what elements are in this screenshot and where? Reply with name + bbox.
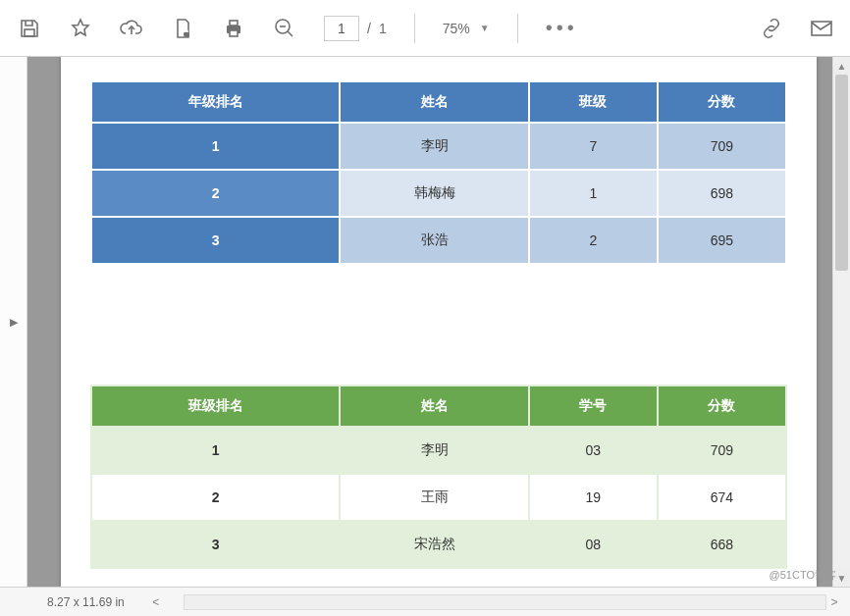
- chevron-right-icon: ▶: [10, 316, 18, 329]
- cell-score: 695: [658, 217, 786, 264]
- zoom-value: 75%: [443, 21, 470, 36]
- col-name: 姓名: [340, 385, 528, 427]
- toolbar: / 1 75% ▼ •••: [0, 0, 850, 57]
- cell-name: 韩梅梅: [340, 170, 528, 217]
- print-icon[interactable]: [222, 17, 245, 40]
- svg-rect-3: [230, 21, 238, 26]
- cell-name: 王雨: [340, 474, 528, 521]
- more-icon[interactable]: •••: [546, 17, 578, 39]
- vertical-scrollbar[interactable]: ▲ ▼: [832, 57, 850, 587]
- col-name: 姓名: [340, 81, 528, 123]
- document-page: 年级排名 姓名 班级 分数 1 李明 7 709 2 韩梅梅 1 698: [61, 57, 817, 587]
- link-icon[interactable]: [760, 17, 783, 40]
- col-score: 分数: [658, 385, 786, 427]
- table-row: 1 李明 03 709: [91, 427, 786, 474]
- page-total: 1: [379, 21, 387, 36]
- table-header-row: 班级排名 姓名 学号 分数: [91, 385, 786, 427]
- cell-score: 698: [658, 170, 786, 217]
- cell-class: 1: [529, 170, 658, 217]
- scroll-up-icon[interactable]: ▲: [833, 57, 850, 75]
- cell-sid: 08: [529, 521, 658, 568]
- grade-ranking-table: 年级排名 姓名 班级 分数 1 李明 7 709 2 韩梅梅 1 698: [90, 80, 787, 265]
- table-row: 3 宋浩然 08 668: [91, 521, 786, 568]
- document-viewer: 年级排名 姓名 班级 分数 1 李明 7 709 2 韩梅梅 1 698: [27, 57, 850, 587]
- table-header-row: 年级排名 姓名 班级 分数: [91, 81, 786, 123]
- cell-rank: 1: [91, 123, 340, 170]
- cell-score: 674: [658, 474, 786, 521]
- horizontal-scrollbar[interactable]: [184, 594, 826, 610]
- star-icon[interactable]: [69, 17, 92, 40]
- save-icon[interactable]: [18, 17, 41, 40]
- class-ranking-table: 班级排名 姓名 学号 分数 1 李明 03 709 2 王雨 19 674: [90, 385, 787, 569]
- col-sid: 学号: [529, 385, 658, 427]
- side-panel-toggle[interactable]: ▶: [0, 57, 27, 587]
- page-counter: / 1: [324, 16, 387, 41]
- page-dimensions: 8.27 x 11.69 in: [47, 595, 125, 609]
- col-grade-rank: 年级排名: [91, 81, 340, 123]
- cloud-upload-icon[interactable]: [120, 17, 143, 40]
- cell-rank: 2: [91, 170, 340, 217]
- cell-name: 李明: [340, 123, 528, 170]
- table-row: 1 李明 7 709: [91, 123, 786, 170]
- page-input[interactable]: [324, 16, 359, 41]
- page-sep: /: [367, 21, 371, 36]
- col-score: 分数: [658, 81, 786, 123]
- cell-rank: 1: [91, 427, 340, 474]
- status-bar: 8.27 x 11.69 in < >: [0, 587, 850, 616]
- mail-icon[interactable]: [809, 17, 832, 40]
- svg-rect-0: [25, 29, 34, 36]
- chevron-down-icon: ▼: [480, 23, 490, 33]
- table-row: 2 韩梅梅 1 698: [91, 170, 786, 217]
- toolbar-separator: [517, 14, 518, 43]
- cell-name: 张浩: [340, 217, 528, 264]
- table-row: 2 王雨 19 674: [91, 474, 786, 521]
- svg-point-1: [184, 31, 189, 37]
- cell-class: 7: [529, 123, 658, 170]
- scroll-right-icon[interactable]: >: [826, 595, 842, 609]
- cell-sid: 19: [529, 474, 658, 521]
- cell-score: 668: [658, 521, 786, 568]
- spacer: [61, 265, 817, 373]
- table-row: 3 张浩 2 695: [91, 217, 786, 264]
- cell-class: 2: [529, 217, 658, 264]
- cell-rank: 3: [91, 521, 340, 568]
- watermark: @51CTO博客: [770, 568, 836, 583]
- col-class: 班级: [529, 81, 658, 123]
- scroll-thumb[interactable]: [835, 75, 848, 271]
- file-lock-icon[interactable]: [171, 17, 194, 40]
- cell-rank: 2: [91, 474, 340, 521]
- col-class-rank: 班级排名: [91, 385, 340, 427]
- scroll-left-icon[interactable]: <: [148, 595, 164, 609]
- zoom-dropdown[interactable]: 75% ▼: [443, 21, 490, 36]
- cell-sid: 03: [529, 427, 658, 474]
- cell-name: 宋浩然: [340, 521, 528, 568]
- toolbar-separator: [414, 14, 415, 43]
- cell-rank: 3: [91, 217, 340, 264]
- svg-rect-4: [230, 30, 238, 36]
- cell-score: 709: [658, 123, 786, 170]
- zoom-out-icon[interactable]: [273, 17, 296, 40]
- cell-name: 李明: [340, 427, 528, 474]
- cell-score: 709: [658, 427, 786, 474]
